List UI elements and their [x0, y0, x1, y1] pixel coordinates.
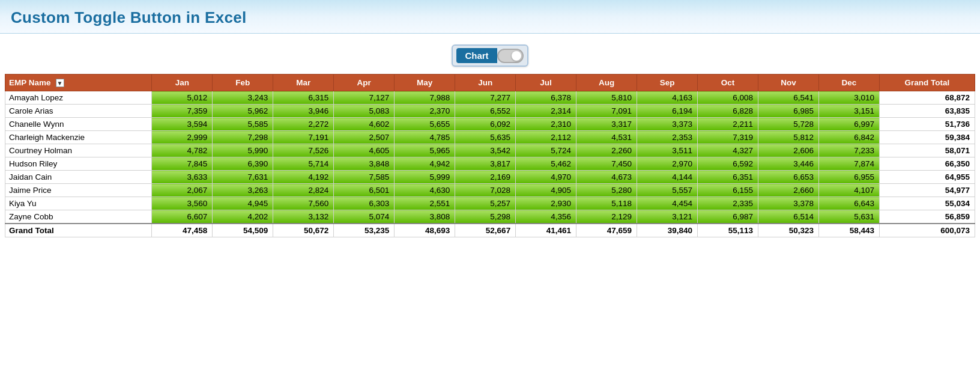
data-cell: 4,163: [637, 91, 698, 105]
data-cell: 6,643: [818, 197, 879, 210]
data-cell: 6,541: [758, 91, 819, 105]
data-cell: 7,988: [395, 91, 455, 105]
table-container: EMP Name ▼ Jan Feb Mar Apr May Jun Jul A…: [0, 74, 980, 237]
data-cell: 7,560: [273, 197, 334, 210]
data-cell: 3,243: [213, 91, 273, 105]
col-header-oct: Oct: [698, 75, 758, 91]
data-cell: 3,263: [213, 184, 273, 197]
pivot-table: EMP Name ▼ Jan Feb Mar Apr May Jun Jul A…: [5, 74, 975, 237]
grand-total-label: Grand Total: [5, 224, 152, 237]
data-cell: 6,390: [213, 157, 273, 171]
data-cell: 5,990: [213, 144, 273, 157]
data-cell: 5,962: [213, 105, 273, 118]
filter-icon[interactable]: ▼: [56, 79, 64, 87]
data-cell: 6,194: [637, 105, 698, 118]
data-cell: 5,810: [576, 91, 637, 105]
col-header-apr: Apr: [334, 75, 395, 91]
data-cell: 4,327: [698, 144, 758, 157]
emp-name-cell: Amayah Lopez: [5, 91, 152, 105]
grand-total-row: Grand Total47,45854,50950,67253,23548,69…: [5, 224, 975, 237]
toggle-switch[interactable]: [497, 49, 524, 63]
data-cell: 5,280: [576, 184, 637, 197]
data-cell: 4,107: [818, 184, 879, 197]
data-cell: 6,008: [698, 91, 758, 105]
data-cell: 2,272: [273, 118, 334, 131]
data-cell: 5,298: [455, 210, 516, 224]
data-cell: 4,454: [637, 197, 698, 210]
data-cell: 6,828: [698, 105, 758, 118]
table-row: Charleigh Mackenzie2,9997,2987,1912,5074…: [5, 131, 975, 144]
grand-total-value: 52,667: [455, 224, 516, 237]
col-header-jan: Jan: [152, 75, 213, 91]
data-cell: 7,450: [576, 157, 637, 171]
data-cell: 3,848: [334, 157, 395, 171]
data-cell: 7,845: [152, 157, 213, 171]
data-cell: 3,151: [818, 105, 879, 118]
grand-total-value: 50,323: [758, 224, 819, 237]
data-cell: 5,655: [395, 118, 455, 131]
data-cell: 3,446: [758, 157, 819, 171]
data-cell: 3,808: [395, 210, 455, 224]
table-row: Carole Arias7,3595,9623,9465,0832,3706,5…: [5, 105, 975, 118]
data-cell: 3,511: [637, 144, 698, 157]
col-header-grand-total: Grand Total: [879, 75, 975, 91]
data-cell: 6,155: [698, 184, 758, 197]
data-cell: 3,946: [273, 105, 334, 118]
data-cell: 2,112: [516, 131, 576, 144]
toggle-label: Chart: [456, 48, 497, 63]
data-cell: 7,191: [273, 131, 334, 144]
data-cell: 7,277: [455, 91, 516, 105]
data-cell: 3,560: [152, 197, 213, 210]
data-cell: 7,319: [698, 131, 758, 144]
emp-name-cell: Jaidan Cain: [5, 171, 152, 184]
data-cell: 5,012: [152, 91, 213, 105]
chart-toggle-container[interactable]: Chart: [452, 44, 528, 67]
emp-name-cell: Kiya Yu: [5, 197, 152, 210]
grand-total-value: 47,659: [576, 224, 637, 237]
grand-total-value: 58,443: [818, 224, 879, 237]
data-cell: 5,585: [213, 118, 273, 131]
data-cell: 6,351: [698, 171, 758, 184]
data-cell: 7,874: [818, 157, 879, 171]
data-cell: 7,127: [334, 91, 395, 105]
data-cell: 3,542: [455, 144, 516, 157]
grand-total-value: 50,672: [273, 224, 334, 237]
data-cell: 4,202: [213, 210, 273, 224]
data-cell: 4,605: [334, 144, 395, 157]
data-cell: 2,660: [758, 184, 819, 197]
data-cell: 6,378: [516, 91, 576, 105]
data-cell: 5,083: [334, 105, 395, 118]
data-cell: 64,955: [879, 171, 975, 184]
table-row: Amayah Lopez5,0123,2436,3157,1277,9887,2…: [5, 91, 975, 105]
data-cell: 63,835: [879, 105, 975, 118]
data-cell: 5,257: [455, 197, 516, 210]
table-row: Jaime Price2,0673,2632,8246,5014,6307,02…: [5, 184, 975, 197]
data-cell: 5,728: [758, 118, 819, 131]
data-cell: 4,785: [395, 131, 455, 144]
table-row: Jaidan Cain3,6337,6314,1927,5855,9992,16…: [5, 171, 975, 184]
data-cell: 2,310: [516, 118, 576, 131]
data-cell: 3,132: [273, 210, 334, 224]
data-cell: 5,462: [516, 157, 576, 171]
data-cell: 5,812: [758, 131, 819, 144]
data-cell: 6,997: [818, 118, 879, 131]
col-header-sep: Sep: [637, 75, 698, 91]
data-cell: 56,859: [879, 210, 975, 224]
data-cell: 2,970: [637, 157, 698, 171]
grand-total-value: 55,113: [698, 224, 758, 237]
data-cell: 2,999: [152, 131, 213, 144]
data-cell: 4,905: [516, 184, 576, 197]
data-cell: 7,298: [213, 131, 273, 144]
data-cell: 6,501: [334, 184, 395, 197]
col-header-emp-name: EMP Name ▼: [5, 75, 152, 91]
data-cell: 5,999: [395, 171, 455, 184]
data-cell: 5,074: [334, 210, 395, 224]
emp-name-cell: Carole Arias: [5, 105, 152, 118]
emp-name-cell: Chanelle Wynn: [5, 118, 152, 131]
data-cell: 4,945: [213, 197, 273, 210]
table-row: Chanelle Wynn3,5945,5852,2724,6025,6556,…: [5, 118, 975, 131]
data-cell: 4,942: [395, 157, 455, 171]
data-cell: 7,585: [334, 171, 395, 184]
data-cell: 2,930: [516, 197, 576, 210]
table-row: Kiya Yu3,5604,9457,5606,3032,5515,2572,9…: [5, 197, 975, 210]
